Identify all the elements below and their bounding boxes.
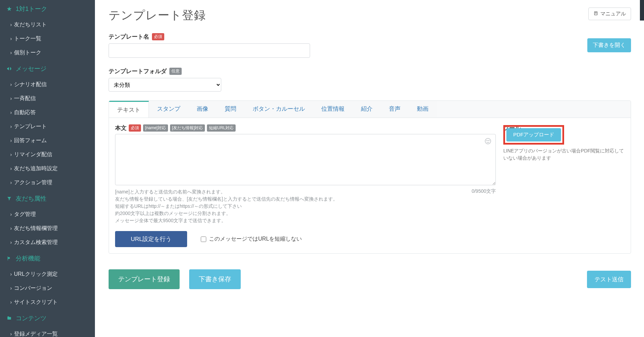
tab-image[interactable]: 画像 — [188, 101, 216, 118]
test-send-button[interactable]: テスト送信 — [587, 271, 631, 288]
tab-intro[interactable]: 紹介 — [353, 101, 381, 118]
side-section-message[interactable]: メッセージ — [0, 60, 95, 78]
chevron-right-icon: › — [10, 152, 12, 157]
pdf-upload-highlight: PDFアップロード — [503, 125, 564, 145]
template-folder-label: テンプレートフォルダ 任意 — [109, 67, 631, 75]
tab-audio[interactable]: 音声 — [381, 101, 409, 118]
name-support-badge: [name]対応 — [143, 124, 168, 132]
open-draft-button[interactable]: 下書きを開く — [587, 38, 631, 52]
sidebar-item-autoreply[interactable]: ›自動応答 — [0, 106, 95, 120]
template-folder-select[interactable]: 未分類 — [109, 78, 221, 92]
hint-line: 短縮するURLはhttp://～またはhttps://～の形式にして下さい — [115, 203, 338, 210]
tab-question[interactable]: 質問 — [216, 101, 244, 118]
hint-line: 約2000文字以上は複数のメッセージに分割されます。 — [115, 210, 338, 217]
side-section-label: 友だち属性 — [16, 194, 46, 203]
tool-note: LINEアプリのバージョンが古い場合PDF閲覧に対応していない場合があります — [503, 147, 625, 162]
register-button[interactable]: テンプレート登録 — [109, 269, 180, 289]
svg-point-1 — [487, 140, 487, 141]
sidebar-item-sitescript[interactable]: ›サイトスクリプト — [0, 295, 95, 309]
main-content: テンプレート登録 マニュアル 下書きを開く テンプレート名 必須 テンプレートフ… — [95, 0, 644, 337]
chevron-right-icon: › — [10, 331, 12, 337]
friendinfo-support-badge: [友だち情報]対応 — [170, 124, 205, 132]
folder-icon — [6, 316, 12, 321]
svg-point-2 — [489, 140, 489, 141]
no-shorten-checkbox[interactable] — [201, 237, 206, 242]
tab-location[interactable]: 位置情報 — [313, 101, 353, 118]
chevron-right-icon: › — [10, 36, 12, 41]
svg-point-0 — [485, 138, 491, 144]
template-name-input[interactable] — [109, 43, 310, 58]
body-label: 本文 — [115, 124, 127, 132]
char-counter: 0/9500文字 — [472, 188, 496, 224]
chevron-right-icon: › — [10, 50, 12, 55]
filter-icon — [6, 196, 12, 201]
chevron-right-icon: › — [10, 226, 12, 231]
page-title: テンプレート登録 — [109, 8, 206, 23]
side-section-label: コンテンツ — [16, 314, 46, 322]
sidebar-item-individualtalk[interactable]: ›個別トーク — [0, 46, 95, 60]
chevron-right-icon: › — [10, 22, 12, 27]
sidebar: ★ 1対1トーク ›友だちリスト ›トーク一覧 ›個別トーク メッセージ ›シナ… — [0, 0, 95, 337]
sidebar-item-scenario[interactable]: ›シナリオ配信 — [0, 78, 95, 92]
template-name-label: テンプレート名 必須 — [109, 33, 631, 41]
tab-bar: テキスト スタンプ 画像 質問 ボタン・カルーセル 位置情報 紹介 音声 動画 — [109, 101, 631, 118]
star-icon: ★ — [6, 5, 12, 13]
tab-carousel[interactable]: ボタン・カルーセル — [244, 101, 313, 118]
sidebar-item-friendinfo[interactable]: ›友だち情報欄管理 — [0, 221, 95, 235]
required-badge: 必須 — [152, 33, 164, 40]
sidebar-item-media[interactable]: ›登録メディア一覧 — [0, 327, 95, 337]
side-section-label: メッセージ — [16, 65, 46, 73]
chevron-right-icon: › — [10, 82, 12, 87]
chevron-right-icon: › — [10, 271, 12, 277]
chevron-right-icon: › — [10, 110, 12, 115]
optional-badge: 任意 — [169, 68, 182, 75]
manual-button[interactable]: マニュアル — [588, 8, 631, 20]
shorturl-support-badge: 短縮URL対応 — [207, 124, 236, 132]
hint-line: 友だち情報を登録している場合、[友だち情報欄名]と入力するとで送信先の友だち情報… — [115, 196, 338, 203]
chevron-right-icon: › — [10, 285, 12, 291]
tab-text[interactable]: テキスト — [109, 101, 149, 118]
no-shorten-label: このメッセージではURLを短縮しない — [209, 235, 302, 243]
sidebar-item-action[interactable]: ›アクション管理 — [0, 176, 95, 190]
side-section-label: 分析機能 — [16, 254, 40, 262]
chevron-right-icon: › — [10, 138, 12, 143]
sidebar-item-template[interactable]: ›テンプレート — [0, 120, 95, 134]
required-badge: 必須 — [129, 124, 141, 132]
flag-icon — [6, 256, 12, 261]
pdf-upload-button[interactable]: PDFアップロード — [506, 128, 561, 141]
tab-video[interactable]: 動画 — [409, 101, 437, 118]
sidebar-item-broadcast[interactable]: ›一斉配信 — [0, 92, 95, 106]
chevron-right-icon: › — [10, 240, 12, 245]
chevron-right-icon: › — [10, 124, 12, 129]
side-section-talk[interactable]: ★ 1対1トーク — [0, 0, 95, 18]
sidebar-item-answerform[interactable]: ›回答フォーム — [0, 134, 95, 148]
body-textarea[interactable] — [115, 134, 496, 185]
sidebar-item-tag[interactable]: ›タグ管理 — [0, 207, 95, 221]
side-section-contents[interactable]: コンテンツ — [0, 309, 95, 327]
chevron-right-icon: › — [10, 180, 12, 185]
sidebar-item-customsearch[interactable]: ›カスタム検索管理 — [0, 235, 95, 250]
tab-stamp[interactable]: スタンプ — [149, 101, 188, 118]
sidebar-item-talklist[interactable]: ›トーク一覧 — [0, 32, 95, 46]
sidebar-item-conversion[interactable]: ›コンバージョン — [0, 281, 95, 295]
chevron-right-icon: › — [10, 166, 12, 171]
side-section-label: 1対1トーク — [16, 5, 47, 13]
chevron-right-icon: › — [10, 212, 12, 217]
chevron-right-icon: › — [10, 96, 12, 101]
side-section-attr[interactable]: 友だち属性 — [0, 190, 95, 207]
side-section-analysis[interactable]: 分析機能 — [0, 250, 95, 267]
manual-button-label: マニュアル — [600, 11, 626, 17]
sidebar-item-reminder[interactable]: ›リマインダ配信 — [0, 148, 95, 162]
sidebar-item-friendadd[interactable]: ›友だち追加時設定 — [0, 162, 95, 176]
chevron-right-icon: › — [10, 299, 12, 305]
sidebar-item-friendlist[interactable]: ›友だちリスト — [0, 18, 95, 32]
book-icon — [593, 11, 598, 17]
hint-line: [name]と入力すると送信先の名前へ変換されます。 — [115, 188, 338, 196]
url-settings-button[interactable]: URL設定を行う — [115, 231, 187, 247]
emoji-icon[interactable] — [484, 137, 492, 147]
sidebar-item-urlclick[interactable]: ›URLクリック測定 — [0, 267, 95, 281]
megaphone-icon — [6, 66, 12, 71]
save-draft-button[interactable]: 下書き保存 — [189, 269, 241, 289]
no-shorten-wrapper[interactable]: このメッセージではURLを短縮しない — [201, 235, 302, 243]
message-type-panel: テキスト スタンプ 画像 質問 ボタン・カルーセル 位置情報 紹介 音声 動画 … — [109, 100, 631, 254]
